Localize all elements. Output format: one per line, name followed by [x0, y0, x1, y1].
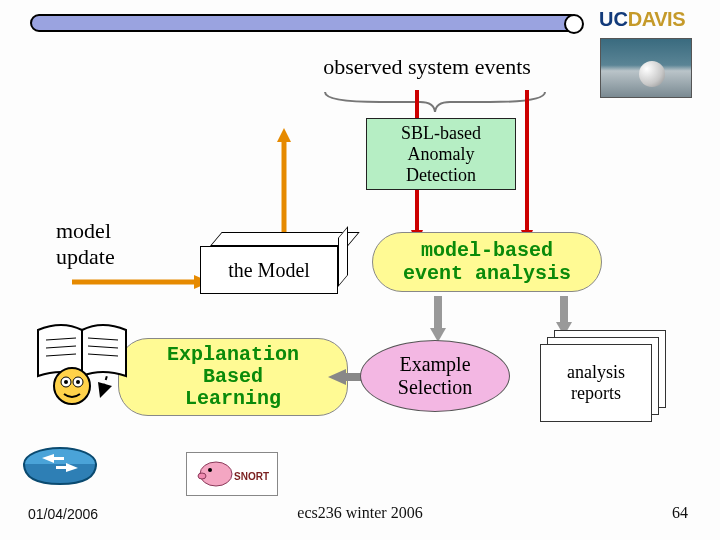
report-doc-front: analysis reports	[540, 344, 652, 422]
logo-davis: DAVIS	[628, 8, 685, 30]
svg-point-31	[198, 473, 206, 479]
model-update-l1: model	[56, 218, 176, 244]
ebl-l3: Learning	[167, 388, 299, 410]
arrow-update-to-model	[72, 272, 212, 296]
snort-logo-icon: SNORT	[186, 452, 278, 496]
example-sel-l1: Example	[398, 353, 472, 376]
footer-date: 01/04/2006	[28, 506, 98, 522]
svg-marker-13	[328, 369, 346, 385]
sphere-icon	[639, 61, 665, 87]
arrow-events-to-sbl-2	[520, 90, 534, 248]
ebl-l2: Based	[167, 366, 299, 388]
svg-point-27	[76, 380, 80, 384]
analysis-reports-stack: analysis reports	[540, 330, 672, 422]
sbl-line2: Anomaly	[367, 144, 515, 165]
arrow-model-up	[272, 128, 312, 242]
ucdavis-logo: UCDAVIS	[599, 8, 685, 31]
logo-uc: UC	[599, 8, 628, 30]
the-model-box: the Model	[200, 232, 350, 294]
model-box-side	[338, 226, 348, 287]
reports-l2: reports	[567, 383, 625, 404]
curly-brace-icon	[320, 88, 550, 114]
reports-l1: analysis	[567, 362, 625, 383]
svg-marker-5	[277, 128, 291, 142]
explanation-based-learning-box: Explanation Based Learning	[118, 338, 348, 416]
router-icon	[20, 440, 100, 496]
svg-text:SNORT: SNORT	[234, 471, 269, 482]
the-model-label: the Model	[228, 259, 310, 282]
open-book-icon	[32, 320, 132, 412]
ebl-l1: Explanation	[167, 344, 299, 366]
observed-events-label: observed system events	[302, 54, 552, 80]
model-box-face: the Model	[200, 246, 338, 294]
footer-course: ecs236 winter 2006	[297, 504, 422, 522]
event-analysis-l2: event analysis	[403, 262, 571, 285]
sbl-line1: SBL-based	[367, 123, 515, 144]
corner-photo	[600, 38, 692, 98]
model-update-l2: update	[56, 244, 176, 270]
sbl-line3: Detection	[367, 165, 515, 186]
svg-point-23	[54, 368, 90, 404]
svg-point-26	[64, 380, 68, 384]
divider-knob	[564, 14, 584, 34]
footer-page-number: 64	[672, 504, 688, 522]
title-divider	[30, 14, 580, 32]
sbl-anomaly-detection-box: SBL-based Anomaly Detection	[366, 118, 516, 190]
event-analysis-box: model-based event analysis	[372, 232, 602, 292]
model-update-label: model update	[56, 218, 176, 270]
example-selection-box: Example Selection	[360, 340, 510, 412]
example-sel-l2: Selection	[398, 376, 472, 399]
arrow-analysis-to-example	[430, 296, 446, 346]
event-analysis-l1: model-based	[403, 239, 571, 262]
svg-point-30	[208, 468, 212, 472]
